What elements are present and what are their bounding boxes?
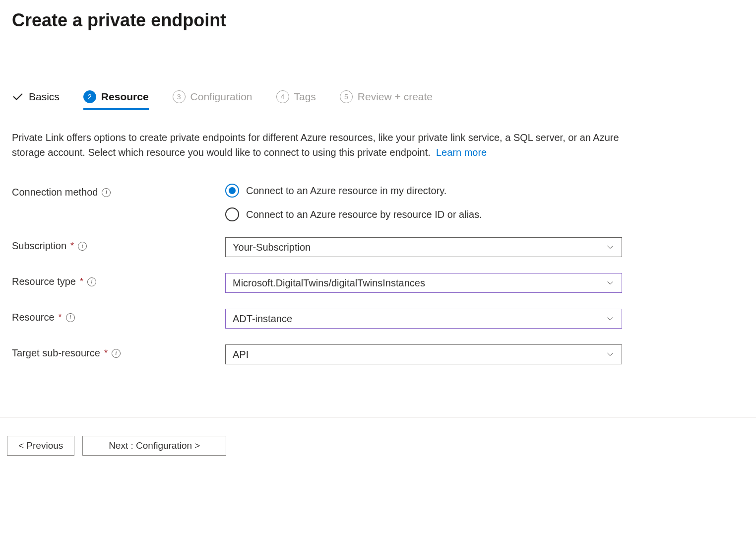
resource-label: Resource * i xyxy=(12,309,225,323)
resource-type-dropdown[interactable]: Microsoft.DigitalTwins/digitalTwinsInsta… xyxy=(225,273,622,293)
next-button[interactable]: Next : Configuration > xyxy=(82,436,226,456)
description-text: Private Link offers options to create pr… xyxy=(12,130,622,160)
learn-more-link[interactable]: Learn more xyxy=(436,147,487,158)
dropdown-value: API xyxy=(233,349,249,360)
info-icon[interactable]: i xyxy=(102,188,111,197)
connection-method-label: Connection method i xyxy=(12,184,225,198)
resource-type-label: Resource type * i xyxy=(12,273,225,287)
tab-label: Basics xyxy=(29,91,60,103)
connection-method-radio-group: Connect to an Azure resource in my direc… xyxy=(225,184,622,221)
dropdown-value: ADT-instance xyxy=(233,313,292,325)
wizard-tabs: Basics 2 Resource 3 Configuration 4 Tags… xyxy=(12,90,744,110)
radio-label: Connect to an Azure resource by resource… xyxy=(246,209,482,220)
radio-label: Connect to an Azure resource in my direc… xyxy=(246,185,446,197)
required-star: * xyxy=(70,241,74,251)
info-icon[interactable]: i xyxy=(87,277,96,286)
tab-tags[interactable]: 4 Tags xyxy=(276,90,316,110)
target-sub-resource-dropdown[interactable]: API xyxy=(225,344,622,364)
tab-number-icon: 5 xyxy=(340,90,353,103)
chevron-down-icon xyxy=(606,350,615,359)
radio-connect-resource-id[interactable]: Connect to an Azure resource by resource… xyxy=(225,207,622,221)
tab-number-icon: 3 xyxy=(173,90,186,103)
footer-nav: < Previous Next : Configuration > xyxy=(0,417,756,456)
tab-label: Tags xyxy=(294,91,316,103)
radio-icon xyxy=(225,207,239,221)
dropdown-value: Your-Subscription xyxy=(233,242,311,253)
chevron-down-icon xyxy=(606,278,615,287)
radio-connect-directory[interactable]: Connect to an Azure resource in my direc… xyxy=(225,184,622,198)
required-star: * xyxy=(59,312,62,323)
chevron-down-icon xyxy=(606,243,615,252)
tab-configuration[interactable]: 3 Configuration xyxy=(173,90,252,110)
tab-label: Review + create xyxy=(358,91,433,103)
page-title: Create a private endpoint xyxy=(12,10,744,31)
required-star: * xyxy=(104,348,108,358)
previous-button[interactable]: < Previous xyxy=(7,436,74,456)
tab-label: Configuration xyxy=(190,91,252,103)
tab-basics[interactable]: Basics xyxy=(12,91,60,110)
resource-dropdown[interactable]: ADT-instance xyxy=(225,309,622,329)
required-star: * xyxy=(80,276,83,287)
radio-icon xyxy=(225,184,239,198)
tab-review-create[interactable]: 5 Review + create xyxy=(340,90,433,110)
subscription-dropdown[interactable]: Your-Subscription xyxy=(225,237,622,257)
dropdown-value: Microsoft.DigitalTwins/digitalTwinsInsta… xyxy=(233,277,425,289)
tab-resource[interactable]: 2 Resource xyxy=(83,90,149,110)
target-sub-resource-label: Target sub-resource * i xyxy=(12,344,225,359)
tab-number-icon: 4 xyxy=(276,90,289,103)
tab-number-icon: 2 xyxy=(83,90,96,103)
info-icon[interactable]: i xyxy=(112,349,121,358)
info-icon[interactable]: i xyxy=(78,242,87,251)
checkmark-icon xyxy=(12,91,24,103)
info-icon[interactable]: i xyxy=(66,313,75,322)
chevron-down-icon xyxy=(606,314,615,323)
subscription-label: Subscription * i xyxy=(12,237,225,252)
tab-label: Resource xyxy=(101,91,149,103)
